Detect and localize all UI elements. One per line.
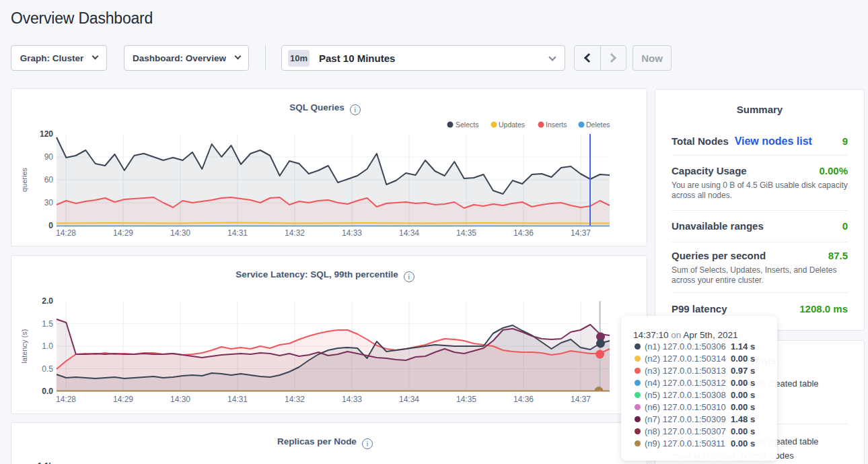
svg-text:14:37: 14:37 xyxy=(571,228,591,238)
svg-text:14:30: 14:30 xyxy=(170,395,190,404)
svg-text:14:33: 14:33 xyxy=(342,395,362,404)
svg-text:14:29: 14:29 xyxy=(113,228,133,238)
svg-text:14:37: 14:37 xyxy=(571,395,591,404)
svg-text:14:35: 14:35 xyxy=(456,395,476,404)
svg-text:14:34: 14:34 xyxy=(399,228,419,238)
svg-text:Inserts: Inserts xyxy=(546,121,567,129)
svg-text:Deletes: Deletes xyxy=(586,121,610,129)
svg-text:14:31: 14:31 xyxy=(227,395,248,404)
svg-text:14:33: 14:33 xyxy=(342,228,362,238)
svg-text:Updates: Updates xyxy=(499,121,525,129)
svg-text:14:28: 14:28 xyxy=(56,228,76,238)
svg-text:120: 120 xyxy=(40,129,53,139)
svg-text:90: 90 xyxy=(44,152,54,162)
svg-text:14:29: 14:29 xyxy=(113,395,133,404)
svg-text:14:30: 14:30 xyxy=(170,228,190,238)
svg-text:14:32: 14:32 xyxy=(285,395,305,404)
svg-text:14:34: 14:34 xyxy=(399,395,419,404)
svg-text:queries: queries xyxy=(20,167,28,192)
svg-text:14:36: 14:36 xyxy=(513,395,534,404)
svg-text:1.5: 1.5 xyxy=(42,319,53,329)
svg-text:0.5: 0.5 xyxy=(42,364,53,374)
svg-text:0.0: 0.0 xyxy=(42,387,53,396)
svg-text:Selects: Selects xyxy=(456,121,478,129)
svg-text:14:31: 14:31 xyxy=(227,228,248,238)
svg-text:0: 0 xyxy=(48,221,53,230)
svg-text:14:28: 14:28 xyxy=(56,395,76,404)
svg-text:14:35: 14:35 xyxy=(456,228,476,238)
svg-text:30: 30 xyxy=(44,198,54,207)
svg-text:2.0: 2.0 xyxy=(42,296,53,306)
svg-text:1.0: 1.0 xyxy=(42,341,53,351)
svg-text:60: 60 xyxy=(44,175,54,185)
svg-text:14:36: 14:36 xyxy=(513,228,534,238)
svg-text:14:32: 14:32 xyxy=(285,228,305,238)
svg-text:latency (s): latency (s) xyxy=(20,329,28,364)
